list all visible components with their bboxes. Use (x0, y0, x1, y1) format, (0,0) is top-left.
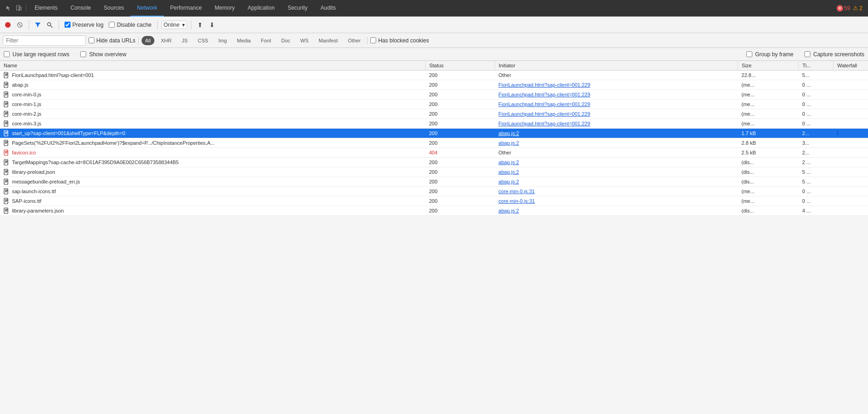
filter-manifest-btn[interactable]: Manifest (315, 36, 342, 45)
filter-xhr-btn[interactable]: XHR (157, 36, 175, 45)
initiator-link[interactable]: FioriLaunchpad.html?sap-client=001:229 (498, 82, 590, 88)
preserve-log-input[interactable] (65, 22, 71, 28)
filter-toggle-button[interactable] (33, 20, 43, 30)
tab-elements[interactable]: Elements (28, 0, 64, 17)
clear-button[interactable] (15, 20, 25, 30)
import-button[interactable]: ⬆ (195, 20, 205, 30)
tab-security[interactable]: Security (281, 0, 314, 17)
initiator-link[interactable]: abap.js:2 (498, 169, 519, 175)
group-by-frame-checkbox[interactable]: Group by frame (746, 51, 793, 58)
filter-input[interactable] (3, 35, 86, 46)
show-overview-input[interactable] (80, 51, 86, 57)
tab-network[interactable]: Network (130, 0, 164, 17)
col-header-size[interactable]: Size (738, 61, 799, 71)
record-button[interactable] (3, 20, 13, 30)
tab-memory[interactable]: Memory (208, 0, 241, 17)
row-initiator[interactable]: FioriLaunchpad.html?sap-client=001:229 (495, 80, 738, 90)
row-initiator[interactable]: core-min-0.js:31 (495, 187, 738, 196)
large-rows-input[interactable] (4, 51, 10, 57)
row-initiator[interactable]: FioriLaunchpad.html?sap-client=001:229 (495, 119, 738, 129)
initiator-link[interactable]: FioriLaunchpad.html?sap-client=001:229 (498, 92, 590, 97)
table-row[interactable]: core-min-2.js200FioriLaunchpad.html?sap-… (0, 109, 868, 119)
row-initiator[interactable]: core-min-0.js:31 (495, 196, 738, 206)
has-blocked-cookies-checkbox[interactable]: Has blocked cookies (370, 37, 429, 44)
col-header-initiator[interactable]: Initiator (495, 61, 738, 71)
row-initiator[interactable]: abap.js:2 (495, 177, 738, 187)
table-row[interactable]: core-min-3.js200FioriLaunchpad.html?sap-… (0, 119, 868, 129)
tab-sources[interactable]: Sources (97, 0, 130, 17)
initiator-link[interactable]: core-min-0.js:31 (498, 198, 535, 204)
initiator-link[interactable]: abap.js:2 (498, 140, 519, 146)
network-table-wrapper[interactable]: Name Status Initiator Size Ti... Waterfa… (0, 61, 868, 397)
hide-data-urls-input[interactable] (89, 37, 94, 43)
throttle-select[interactable]: Online ▾ (161, 21, 188, 29)
initiator-link[interactable]: core-min-0.js:31 (498, 189, 535, 194)
table-row[interactable]: sap-launch-icons.ttf200core-min-0.js:31(… (0, 187, 868, 196)
initiator-link[interactable]: abap.js:2 (498, 160, 519, 165)
filter-css-btn[interactable]: CSS (194, 36, 212, 45)
filter-other-btn[interactable]: Other (344, 36, 365, 45)
row-initiator[interactable]: FioriLaunchpad.html?sap-client=001:229 (495, 109, 738, 119)
has-blocked-cookies-input[interactable] (370, 37, 376, 43)
search-button[interactable] (45, 20, 55, 30)
table-row[interactable]: start_up?sap-client=001&shellType=FLP&de… (0, 129, 868, 138)
table-row[interactable]: PageSets('%2FUI2%2FFiori2LaunchpadHome')… (0, 138, 868, 148)
table-row[interactable]: core-min-0.js200FioriLaunchpad.html?sap-… (0, 90, 868, 100)
table-row[interactable]: TargetMappings?sap-cache-id=8C61AF395D9A… (0, 158, 868, 167)
tab-audits[interactable]: Audits (314, 0, 342, 17)
tab-performance[interactable]: Performance (164, 0, 208, 17)
row-initiator[interactable]: abap.js:2 (495, 138, 738, 148)
filter-font-btn[interactable]: Font (257, 36, 275, 45)
table-row[interactable]: FioriLaunchpad.html?sap-client=001200Oth… (0, 71, 868, 80)
col-header-name[interactable]: Name (0, 61, 425, 71)
filter-doc-btn[interactable]: Doc (278, 36, 294, 45)
row-initiator[interactable]: abap.js:2 (495, 206, 738, 216)
export-button[interactable]: ⬇ (207, 20, 217, 30)
row-waterfall (833, 119, 868, 129)
row-time: 2... (798, 129, 833, 138)
tab-console[interactable]: Console (64, 0, 97, 17)
initiator-link[interactable]: abap.js:2 (498, 208, 519, 213)
capture-screenshots-input[interactable] (804, 51, 810, 57)
row-initiator[interactable]: FioriLaunchpad.html?sap-client=001:229 (495, 90, 738, 100)
row-time: 0 ... (798, 109, 833, 119)
row-initiator[interactable]: FioriLaunchpad.html?sap-client=001:229 (495, 100, 738, 109)
disable-cache-input[interactable] (109, 22, 115, 28)
table-row[interactable]: library-parameters.json200abap.js:2(dis.… (0, 206, 868, 216)
row-initiator[interactable]: abap.js:2 (495, 158, 738, 167)
row-name-cell: abap.js (4, 82, 422, 88)
preserve-log-checkbox[interactable]: Preserve log (63, 22, 105, 28)
disable-cache-checkbox[interactable]: Disable cache (107, 22, 153, 28)
large-rows-checkbox[interactable]: Use large request rows (4, 51, 69, 58)
row-waterfall (833, 100, 868, 109)
filter-js-btn[interactable]: JS (178, 36, 191, 45)
col-header-waterfall[interactable]: Waterfall (833, 61, 868, 71)
filter-media-btn[interactable]: Media (233, 36, 254, 45)
table-row[interactable]: messagebundle-preload_en.js200abap.js:2(… (0, 177, 868, 187)
col-header-status[interactable]: Status (425, 61, 495, 71)
initiator-link[interactable]: FioriLaunchpad.html?sap-client=001:229 (498, 111, 590, 117)
group-by-frame-input[interactable] (746, 51, 752, 57)
initiator-link[interactable]: FioriLaunchpad.html?sap-client=001:229 (498, 101, 590, 107)
filter-all-btn[interactable]: All (142, 36, 154, 45)
filter-ws-btn[interactable]: WS (297, 36, 313, 45)
table-row[interactable]: favicon.ico404Other2.5 kB2... (0, 148, 868, 158)
row-initiator[interactable]: abap.js:2 (495, 129, 738, 138)
filter-img-btn[interactable]: Img (215, 36, 230, 45)
initiator-link[interactable]: abap.js:2 (498, 179, 519, 184)
initiator-link[interactable]: FioriLaunchpad.html?sap-client=001:229 (498, 121, 590, 126)
row-status: 404 (425, 148, 495, 158)
col-header-time[interactable]: Ti... (798, 61, 833, 71)
table-row[interactable]: library-preload.json200abap.js:2(dis...5… (0, 167, 868, 177)
show-overview-checkbox[interactable]: Show overview (80, 51, 126, 58)
tab-application[interactable]: Application (241, 0, 281, 17)
hide-data-urls-checkbox[interactable]: Hide data URLs (89, 37, 136, 44)
table-row[interactable]: SAP-icons.ttf200core-min-0.js:31(me...0 … (0, 196, 868, 206)
table-row[interactable]: core-min-1.js200FioriLaunchpad.html?sap-… (0, 100, 868, 109)
file-icon (4, 72, 10, 78)
device-icon[interactable] (15, 4, 23, 12)
pointer-icon[interactable] (5, 4, 13, 12)
table-row[interactable]: abap.js200FioriLaunchpad.html?sap-client… (0, 80, 868, 90)
capture-screenshots-checkbox[interactable]: Capture screenshots (804, 51, 864, 58)
row-initiator[interactable]: abap.js:2 (495, 167, 738, 177)
